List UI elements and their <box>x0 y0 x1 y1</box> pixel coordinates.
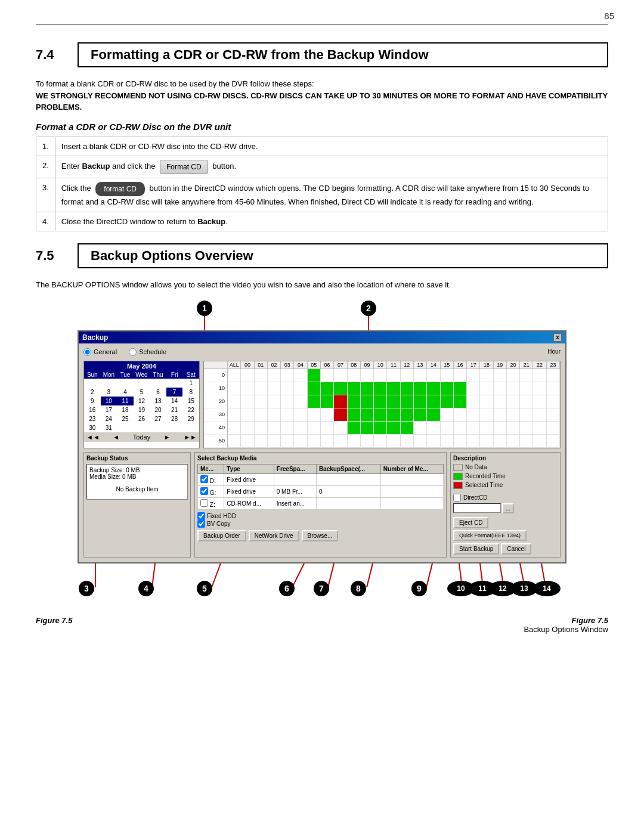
cell-40-07[interactable] <box>334 422 347 434</box>
cell-10-11[interactable] <box>387 382 400 395</box>
cal-cell-2[interactable]: 2 <box>84 388 101 397</box>
cal-cell-15[interactable]: 15 <box>182 397 199 405</box>
cal-cell[interactable] <box>117 379 134 388</box>
hour-20[interactable]: 20 <box>507 361 520 369</box>
cell-40-15[interactable] <box>441 422 454 434</box>
cell-0-15[interactable] <box>441 369 454 382</box>
cell-20-23[interactable] <box>547 395 560 408</box>
cell-30-10[interactable] <box>374 408 387 421</box>
cell-10-13[interactable] <box>414 382 427 395</box>
cell-40-13[interactable] <box>414 422 427 434</box>
cell-0-05[interactable] <box>308 369 321 382</box>
cell-40-03[interactable] <box>281 422 294 434</box>
cell-20-09[interactable] <box>361 395 374 408</box>
cal-cell-29[interactable]: 29 <box>182 414 199 423</box>
browse-button[interactable]: Browse... <box>302 530 339 541</box>
cell-20-03[interactable] <box>281 395 294 408</box>
cell-30-07[interactable] <box>334 408 347 421</box>
cell-20-02[interactable] <box>268 395 281 408</box>
start-backup-button[interactable]: Start Backup <box>453 543 499 555</box>
cell-50-08[interactable] <box>348 435 361 447</box>
cell-0-00[interactable] <box>241 369 254 382</box>
cell-20-01[interactable] <box>255 395 268 408</box>
hour-all[interactable]: ALL <box>228 361 241 369</box>
cell-30-all[interactable] <box>228 408 241 421</box>
cell-0-18[interactable] <box>480 369 493 382</box>
cell-50-all[interactable] <box>228 435 241 447</box>
cell-30-01[interactable] <box>255 408 268 421</box>
cell-50-17[interactable] <box>467 435 480 447</box>
cell-20-16[interactable] <box>454 395 467 408</box>
hour-06[interactable]: 06 <box>321 361 334 369</box>
hour-09[interactable]: 09 <box>361 361 374 369</box>
cal-cell-20[interactable]: 20 <box>150 405 166 414</box>
cell-50-04[interactable] <box>294 435 307 447</box>
cal-next[interactable]: ► <box>164 433 171 441</box>
cell-20-19[interactable] <box>494 395 507 408</box>
cell-50-09[interactable] <box>361 435 374 447</box>
cell-30-14[interactable] <box>427 408 440 421</box>
cancel-button[interactable]: Cancel <box>501 543 531 555</box>
hour-01[interactable]: 01 <box>255 361 268 369</box>
cell-0-08[interactable] <box>348 369 361 382</box>
hour-02[interactable]: 02 <box>268 361 281 369</box>
cell-20-18[interactable] <box>480 395 493 408</box>
cell-20-15[interactable] <box>441 395 454 408</box>
hour-04[interactable]: 04 <box>294 361 307 369</box>
cell-40-all[interactable] <box>228 422 241 434</box>
cell-30-16[interactable] <box>454 408 467 421</box>
cell-30-05[interactable] <box>308 408 321 421</box>
cell-10-03[interactable] <box>281 382 294 395</box>
cal-cell-7[interactable]: 7 <box>166 388 183 397</box>
cell-0-14[interactable] <box>427 369 440 382</box>
cell-40-17[interactable] <box>467 422 480 434</box>
media-check-d[interactable]: D: <box>198 473 224 485</box>
cell-20-07[interactable] <box>334 395 347 408</box>
hour-16[interactable]: 16 <box>454 361 467 369</box>
hour-07[interactable]: 07 <box>334 361 347 369</box>
cal-cell-18[interactable]: 18 <box>117 405 134 414</box>
cell-50-10[interactable] <box>374 435 387 447</box>
cell-30-03[interactable] <box>281 408 294 421</box>
cell-40-23[interactable] <box>547 422 560 434</box>
cell-30-11[interactable] <box>387 408 400 421</box>
cell-50-07[interactable] <box>334 435 347 447</box>
cal-cell-4[interactable]: 4 <box>117 388 134 397</box>
hour-03[interactable]: 03 <box>281 361 294 369</box>
cell-40-00[interactable] <box>241 422 254 434</box>
radio-general[interactable]: General <box>83 348 117 356</box>
cell-20-04[interactable] <box>294 395 307 408</box>
hour-19[interactable]: 19 <box>494 361 507 369</box>
cell-50-21[interactable] <box>520 435 533 447</box>
cell-40-05[interactable] <box>308 422 321 434</box>
cell-20-17[interactable] <box>467 395 480 408</box>
cal-cell-9[interactable]: 9 <box>84 397 101 405</box>
cell-40-21[interactable] <box>520 422 533 434</box>
cell-30-18[interactable] <box>480 408 493 421</box>
cell-10-09[interactable] <box>361 382 374 395</box>
cell-0-16[interactable] <box>454 369 467 382</box>
cell-10-16[interactable] <box>454 382 467 395</box>
cell-0-06[interactable] <box>321 369 334 382</box>
cell-40-14[interactable] <box>427 422 440 434</box>
cell-40-08[interactable] <box>348 422 361 434</box>
cell-40-09[interactable] <box>361 422 374 434</box>
cell-40-11[interactable] <box>387 422 400 434</box>
cal-cell[interactable] <box>166 379 183 388</box>
cell-20-13[interactable] <box>414 395 427 408</box>
cal-cell-3[interactable]: 3 <box>101 388 117 397</box>
cell-50-12[interactable] <box>401 435 414 447</box>
hour-11[interactable]: 11 <box>387 361 400 369</box>
cell-20-22[interactable] <box>533 395 546 408</box>
cell-20-05[interactable] <box>308 395 321 408</box>
cell-10-23[interactable] <box>547 382 560 395</box>
cell-10-15[interactable] <box>441 382 454 395</box>
cal-cell-8[interactable]: 8 <box>182 388 199 397</box>
cal-cell-14[interactable]: 14 <box>166 397 183 405</box>
hour-14[interactable]: 14 <box>427 361 440 369</box>
cell-30-22[interactable] <box>533 408 546 421</box>
cell-0-02[interactable] <box>268 369 281 382</box>
cell-30-23[interactable] <box>547 408 560 421</box>
cell-10-05[interactable] <box>308 382 321 395</box>
cell-0-21[interactable] <box>520 369 533 382</box>
